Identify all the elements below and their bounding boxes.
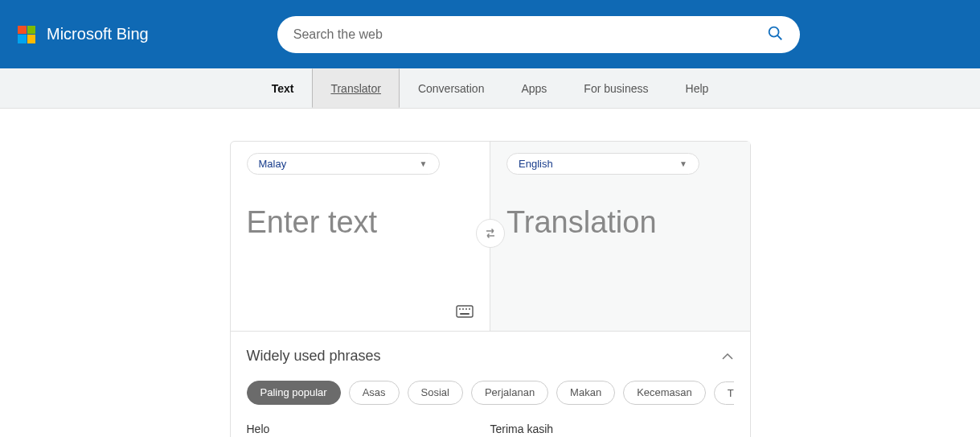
phrase-row: Helo Terima kasih (247, 423, 734, 435)
main-content: Malay ▼ Enter text English ▼ Translation (0, 109, 980, 437)
translation-panes: Malay ▼ Enter text English ▼ Translation (231, 142, 750, 331)
header-bar: Microsoft Bing (0, 0, 980, 68)
chevron-up-icon[interactable] (721, 349, 734, 364)
target-pane: English ▼ Translation (490, 142, 750, 331)
chip-popular[interactable]: Paling popular (247, 381, 341, 405)
tab-bar: Text Translator Conversation Apps For bu… (0, 68, 980, 109)
chip-truncated[interactable]: T (714, 381, 734, 405)
keyboard-icon[interactable] (456, 305, 474, 321)
tab-apps[interactable]: Apps (502, 68, 565, 108)
chip-asas[interactable]: Asas (349, 381, 400, 405)
translator-card: Malay ▼ Enter text English ▼ Translation (230, 141, 751, 437)
target-language-select[interactable]: English ▼ (506, 153, 699, 175)
brand-logo-block[interactable]: Microsoft Bing (18, 25, 149, 43)
microsoft-logo-icon (18, 26, 35, 43)
tab-help[interactable]: Help (667, 68, 728, 108)
phrase-item-terima[interactable]: Terima kasih (490, 423, 734, 435)
source-language-select[interactable]: Malay ▼ (247, 153, 440, 175)
target-text-placeholder: Translation (506, 205, 734, 240)
svg-rect-2 (457, 306, 473, 317)
chip-makan[interactable]: Makan (556, 381, 615, 405)
target-language-label: English (519, 158, 553, 170)
swap-languages-button[interactable] (476, 219, 505, 248)
tab-translator[interactable]: Translator (312, 68, 400, 108)
chip-kecemasan[interactable]: Kecemasan (623, 381, 706, 405)
phrase-category-chips: Paling popular Asas Sosial Perjalanan Ma… (247, 381, 734, 405)
chevron-down-icon: ▼ (420, 159, 428, 168)
tab-text[interactable]: Text (253, 68, 313, 108)
source-text-placeholder[interactable]: Enter text (247, 205, 474, 240)
search-input[interactable] (293, 27, 766, 42)
source-language-label: Malay (259, 158, 287, 170)
tab-conversation[interactable]: Conversation (400, 68, 503, 108)
chevron-down-icon: ▼ (679, 159, 687, 168)
phrases-title: Widely used phrases (247, 348, 381, 365)
search-bar[interactable] (277, 16, 800, 53)
svg-point-0 (769, 27, 778, 36)
search-icon[interactable] (766, 24, 784, 45)
tab-business[interactable]: For business (565, 68, 666, 108)
phrases-section: Widely used phrases Paling popular Asas … (231, 331, 750, 437)
chip-perjalanan[interactable]: Perjalanan (471, 381, 548, 405)
source-pane: Malay ▼ Enter text (231, 142, 490, 331)
phrase-item-helo[interactable]: Helo (247, 423, 490, 435)
brand-text: Microsoft Bing (47, 25, 149, 43)
chip-sosial[interactable]: Sosial (408, 381, 463, 405)
svg-line-1 (777, 35, 781, 39)
